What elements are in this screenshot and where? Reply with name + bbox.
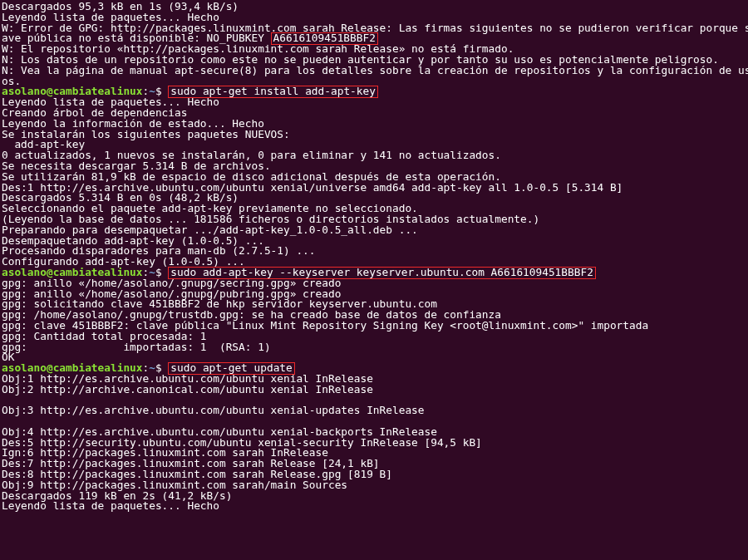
terminal-line: N: Vea la página de manual apt-secure(8)… xyxy=(2,64,748,76)
terminal-line: Obj:3 http://es.archive.ubuntu.com/ubunt… xyxy=(2,404,425,416)
terminal-line: Leyendo lista de paquetes... Hecho xyxy=(2,499,219,512)
terminal-line: gpg: importadas: 1 (RSA: 1) xyxy=(2,341,271,353)
terminal-line: Obj:2 http://archive.canonical.com/ubunt… xyxy=(2,383,373,395)
